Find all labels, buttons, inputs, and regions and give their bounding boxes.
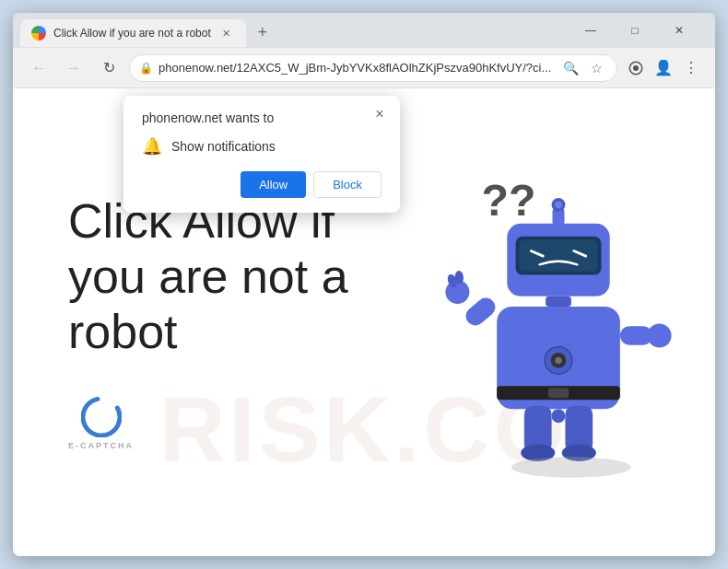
allow-button[interactable]: Allow: [241, 171, 306, 198]
back-button[interactable]: ←: [24, 53, 53, 83]
svg-text:??: ??: [481, 175, 535, 225]
main-heading: Click Allow if you are not a robot: [68, 194, 391, 359]
svg-point-2: [81, 397, 122, 437]
ecaptcha-logo: E-CAPTCHA: [68, 397, 134, 450]
ecaptcha-icon: [81, 397, 122, 437]
toolbar: ← → ↻ 🔒 phonenow.net/12AXC5_W_jBm-JybYVK…: [13, 48, 715, 88]
popup-action-text: Show notifications: [171, 139, 276, 154]
bookmark-icon-button[interactable]: ☆: [585, 57, 607, 79]
address-icons: 🔍 ☆: [559, 57, 607, 79]
robot-illustration: ??: [429, 98, 687, 538]
new-tab-button[interactable]: +: [250, 19, 276, 45]
close-button[interactable]: ✕: [658, 17, 700, 44]
svg-rect-12: [546, 296, 571, 307]
profile-button[interactable]: 👤: [651, 55, 676, 81]
address-bar[interactable]: 🔒 phonenow.net/12AXC5_W_jBm-JybYVKx8flAO…: [129, 54, 617, 82]
forward-button[interactable]: →: [59, 53, 88, 83]
maximize-button[interactable]: □: [614, 17, 656, 44]
svg-point-1: [633, 65, 639, 71]
bell-icon: 🔔: [142, 136, 162, 157]
block-button[interactable]: Block: [313, 171, 382, 198]
active-tab[interactable]: Click Allow if you are not a robot ✕: [20, 19, 246, 47]
popup-close-button[interactable]: ×: [369, 103, 391, 125]
content-area: RISK.CO phonenow.net wants to × 🔔 Show n…: [13, 88, 715, 556]
svg-point-16: [555, 357, 561, 364]
url-text: phonenow.net/12AXC5_W_jBm-JybYVKx8flAOlh…: [159, 61, 554, 75]
ecaptcha-label: E-CAPTCHA: [68, 441, 134, 450]
svg-rect-18: [548, 388, 569, 398]
extensions-button[interactable]: [623, 55, 649, 81]
notification-popup: phonenow.net wants to × 🔔 Show notificat…: [123, 96, 400, 213]
title-bar: Click Allow if you are not a robot ✕ + —…: [13, 13, 715, 48]
tab-title: Click Allow if you are not a robot: [53, 27, 211, 40]
popup-buttons: Allow Block: [142, 171, 382, 198]
popup-title: phonenow.net wants to: [142, 110, 382, 125]
lock-icon: 🔒: [139, 62, 153, 75]
svg-point-19: [552, 409, 566, 423]
popup-row: 🔔 Show notifications: [142, 136, 382, 157]
toolbar-right: 👤 ⋮: [623, 55, 704, 81]
svg-point-25: [648, 324, 672, 348]
svg-point-11: [555, 202, 561, 208]
svg-rect-20: [462, 294, 499, 329]
robot-svg: ??: [439, 152, 678, 483]
window-controls: — □ ✕: [569, 17, 700, 44]
menu-button[interactable]: ⋮: [678, 55, 704, 81]
tab-close-button[interactable]: ✕: [218, 25, 235, 41]
search-icon-button[interactable]: 🔍: [559, 57, 581, 79]
browser-window: Click Allow if you are not a robot ✕ + —…: [13, 13, 715, 556]
tab-favicon: [31, 26, 46, 41]
svg-point-30: [511, 457, 631, 477]
reload-button[interactable]: ↻: [94, 53, 123, 83]
minimize-button[interactable]: —: [569, 17, 612, 44]
